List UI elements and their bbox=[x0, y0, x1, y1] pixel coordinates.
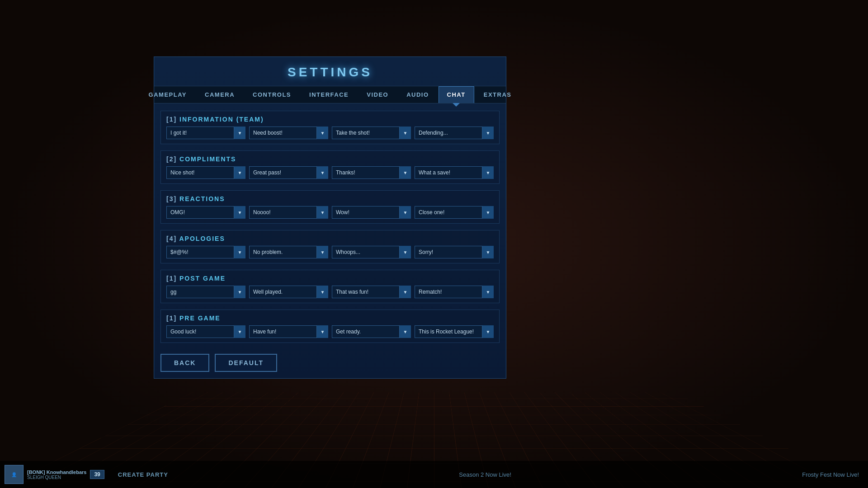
footer-buttons: BACK DEFAULT bbox=[154, 350, 506, 378]
section-reactions: [3] REACTIONS OMG! Noooo! Wow! Close one… bbox=[160, 190, 500, 224]
apologies-dropdown-4[interactable]: Sorry! $#@%! No problem. Whoops... bbox=[415, 246, 494, 258]
pregame-slot3: Get ready. Good luck! Have fun! This is … bbox=[332, 325, 411, 338]
reactions-dropdown-2[interactable]: Noooo! OMG! Wow! Close one! bbox=[249, 206, 328, 219]
postgame-dropdown-3[interactable]: That was fun! gg Well played. Rematch! bbox=[332, 286, 411, 298]
tab-gameplay[interactable]: GAMEPLAY bbox=[140, 86, 195, 103]
postgame-dropdowns: gg Well played. That was fun! Rematch! ▼… bbox=[166, 286, 494, 298]
compliments-slot1: Nice shot! Great pass! Thanks! What a sa… bbox=[166, 166, 245, 179]
apologies-slot4: Sorry! $#@%! No problem. Whoops... ▼ bbox=[415, 246, 494, 258]
postgame-dropdown-4[interactable]: Rematch! gg Well played. That was fun! bbox=[415, 286, 494, 298]
pregame-slot4: This is Rocket League! Good luck! Have f… bbox=[415, 325, 494, 338]
reactions-slot1: OMG! Noooo! Wow! Close one! ▼ bbox=[166, 206, 245, 219]
pregame-slot2: Have fun! Good luck! Get ready. This is … bbox=[249, 325, 328, 338]
reactions-slot3: Wow! OMG! Noooo! Close one! ▼ bbox=[332, 206, 411, 219]
section-postgame: [1] POST GAME gg Well played. That was f… bbox=[160, 270, 500, 303]
section-reactions-title: [3] REACTIONS bbox=[166, 195, 494, 202]
tab-camera[interactable]: CAMERA bbox=[196, 86, 243, 103]
player-info: 👤 [BONK] Knowhandlebars SLEIGH QUEEN 39 bbox=[0, 465, 109, 484]
player-level: 39 bbox=[90, 470, 104, 479]
tab-interface[interactable]: INTERFACE bbox=[301, 86, 357, 103]
section-information-title: [1] INFORMATION (TEAM) bbox=[166, 116, 494, 123]
pregame-dropdowns: Good luck! Have fun! Get ready. This is … bbox=[166, 325, 494, 338]
bottom-center-text: Season 2 Now Live! bbox=[177, 471, 793, 478]
tab-video[interactable]: VIDEO bbox=[358, 86, 397, 103]
compliments-dropdown-2[interactable]: Great pass! Nice shot! Thanks! What a sa… bbox=[249, 166, 328, 179]
information-slot1: I got it! Centering! Incoming! Take the … bbox=[166, 127, 245, 139]
compliments-dropdown-1[interactable]: Nice shot! Great pass! Thanks! What a sa… bbox=[166, 166, 245, 179]
pregame-dropdown-4[interactable]: This is Rocket League! Good luck! Have f… bbox=[415, 325, 494, 338]
information-slot4: Defending... I got it! Centering! Incomi… bbox=[415, 127, 494, 139]
apologies-slot2: No problem. $#@%! Whoops... Sorry! ▼ bbox=[249, 246, 328, 258]
section-apologies-title: [4] APOLOGIES bbox=[166, 235, 494, 242]
compliments-dropdown-3[interactable]: Thanks! Nice shot! Great pass! What a sa… bbox=[332, 166, 411, 179]
content-area: [1] INFORMATION (TEAM) I got it! Centeri… bbox=[154, 103, 506, 350]
reactions-dropdown-1[interactable]: OMG! Noooo! Wow! Close one! bbox=[166, 206, 245, 219]
section-pregame: [1] PRE GAME Good luck! Have fun! Get re… bbox=[160, 310, 500, 343]
page-title: SETTINGS bbox=[154, 57, 506, 86]
section-compliments: [2] COMPLIMENTS Nice shot! Great pass! T… bbox=[160, 150, 500, 184]
pregame-dropdown-2[interactable]: Have fun! Good luck! Get ready. This is … bbox=[249, 325, 328, 338]
compliments-slot2: Great pass! Nice shot! Thanks! What a sa… bbox=[249, 166, 328, 179]
reactions-dropdown-3[interactable]: Wow! OMG! Noooo! Close one! bbox=[332, 206, 411, 219]
compliments-slot4: What a save! Nice shot! Great pass! Than… bbox=[415, 166, 494, 179]
section-compliments-title: [2] COMPLIMENTS bbox=[166, 155, 494, 163]
apologies-dropdown-1[interactable]: $#@%! No problem. Whoops... Sorry! bbox=[166, 246, 245, 258]
section-information: [1] INFORMATION (TEAM) I got it! Centeri… bbox=[160, 111, 500, 144]
apologies-dropdown-3[interactable]: Whoops... $#@%! No problem. Sorry! bbox=[332, 246, 411, 258]
section-apologies: [4] APOLOGIES $#@%! No problem. Whoops..… bbox=[160, 230, 500, 263]
section-pregame-title: [1] PRE GAME bbox=[166, 314, 494, 322]
default-button[interactable]: DEFAULT bbox=[215, 354, 277, 372]
information-dropdown-3[interactable]: Take the shot! I got it! Centering! Inco… bbox=[332, 127, 411, 139]
player-title: SLEIGH QUEEN bbox=[27, 475, 86, 480]
apologies-slot3: Whoops... $#@%! No problem. Sorry! ▼ bbox=[332, 246, 411, 258]
reactions-dropdowns: OMG! Noooo! Wow! Close one! ▼ Noooo! OMG… bbox=[166, 206, 494, 219]
compliments-dropdowns: Nice shot! Great pass! Thanks! What a sa… bbox=[166, 166, 494, 179]
information-dropdown-1[interactable]: I got it! Centering! Incoming! Take the … bbox=[166, 127, 245, 139]
tab-controls[interactable]: CONTROLS bbox=[244, 86, 300, 103]
reactions-slot2: Noooo! OMG! Wow! Close one! ▼ bbox=[249, 206, 328, 219]
bottom-right-text: Frosty Fest Now Live! bbox=[793, 471, 868, 478]
section-postgame-title: [1] POST GAME bbox=[166, 275, 494, 282]
create-party-button[interactable]: CREATE PARTY bbox=[109, 471, 177, 478]
bottom-bar: 👤 [BONK] Knowhandlebars SLEIGH QUEEN 39 … bbox=[0, 461, 868, 488]
postgame-slot1: gg Well played. That was fun! Rematch! ▼ bbox=[166, 286, 245, 298]
information-dropdowns: I got it! Centering! Incoming! Take the … bbox=[166, 127, 494, 139]
reactions-slot4: Close one! OMG! Noooo! Wow! ▼ bbox=[415, 206, 494, 219]
tabs-bar: GAMEPLAY CAMERA CONTROLS INTERFACE VIDEO… bbox=[154, 86, 506, 103]
postgame-slot4: Rematch! gg Well played. That was fun! ▼ bbox=[415, 286, 494, 298]
apologies-slot1: $#@%! No problem. Whoops... Sorry! ▼ bbox=[166, 246, 245, 258]
tab-audio[interactable]: AUDIO bbox=[398, 86, 437, 103]
settings-panel: SETTINGS GAMEPLAY CAMERA CONTROLS INTERF… bbox=[154, 56, 506, 379]
information-slot3: Take the shot! I got it! Centering! Inco… bbox=[332, 127, 411, 139]
postgame-slot3: That was fun! gg Well played. Rematch! ▼ bbox=[332, 286, 411, 298]
postgame-slot2: Well played. gg That was fun! Rematch! ▼ bbox=[249, 286, 328, 298]
player-tag: [BONK] Knowhandlebars bbox=[27, 469, 86, 475]
information-dropdown-2[interactable]: Need boost! I got it! Centering! Incomin… bbox=[249, 127, 328, 139]
postgame-dropdown-2[interactable]: Well played. gg That was fun! Rematch! bbox=[249, 286, 328, 298]
tab-chat[interactable]: CHAT bbox=[439, 86, 474, 103]
back-button[interactable]: BACK bbox=[160, 354, 209, 372]
pregame-dropdown-1[interactable]: Good luck! Have fun! Get ready. This is … bbox=[166, 325, 245, 338]
compliments-slot3: Thanks! Nice shot! Great pass! What a sa… bbox=[332, 166, 411, 179]
apologies-dropdowns: $#@%! No problem. Whoops... Sorry! ▼ No … bbox=[166, 246, 494, 258]
pregame-slot1: Good luck! Have fun! Get ready. This is … bbox=[166, 325, 245, 338]
reactions-dropdown-4[interactable]: Close one! OMG! Noooo! Wow! bbox=[415, 206, 494, 219]
player-details: [BONK] Knowhandlebars SLEIGH QUEEN bbox=[27, 469, 86, 480]
information-dropdown-4[interactable]: Defending... I got it! Centering! Incomi… bbox=[415, 127, 494, 139]
information-slot2: Need boost! I got it! Centering! Incomin… bbox=[249, 127, 328, 139]
pregame-dropdown-3[interactable]: Get ready. Good luck! Have fun! This is … bbox=[332, 325, 411, 338]
compliments-dropdown-4[interactable]: What a save! Nice shot! Great pass! Than… bbox=[415, 166, 494, 179]
tab-extras[interactable]: EXTRAS bbox=[475, 86, 520, 103]
avatar: 👤 bbox=[5, 465, 24, 484]
apologies-dropdown-2[interactable]: No problem. $#@%! Whoops... Sorry! bbox=[249, 246, 328, 258]
postgame-dropdown-1[interactable]: gg Well played. That was fun! Rematch! bbox=[166, 286, 245, 298]
